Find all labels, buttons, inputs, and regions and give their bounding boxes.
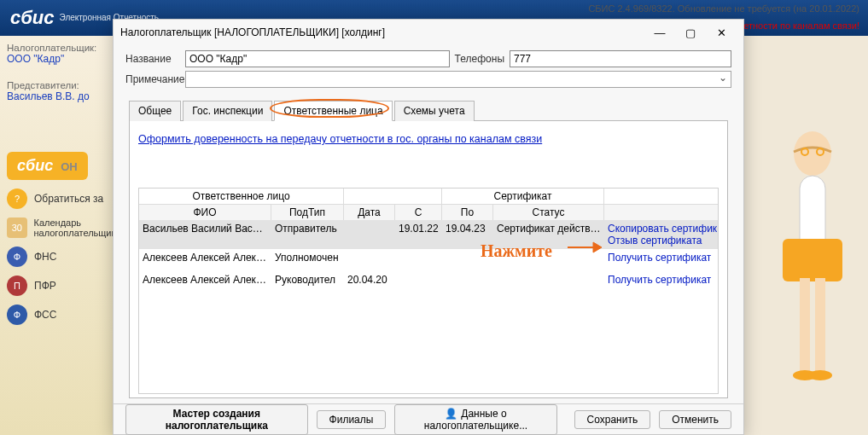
- svg-point-10: [808, 370, 832, 380]
- tab-schemes[interactable]: Схемы учета: [394, 101, 475, 121]
- table-row[interactable]: Васильев Василий Василье Отправитель 19.…: [139, 220, 718, 249]
- contact-icon: ?: [7, 188, 27, 209]
- responsible-grid: Ответственное лицо Сертификат ФИО ПодТип…: [138, 188, 719, 394]
- note-label: Примечание: [125, 73, 185, 85]
- cancel-button[interactable]: Отменить: [659, 410, 731, 429]
- svg-point-9: [793, 370, 817, 380]
- get-cert-link[interactable]: Получить сертификат: [608, 274, 711, 286]
- maximize-button[interactable]: ▢: [675, 23, 706, 42]
- table-row[interactable]: Алексеев Алексей Алексее Уполномочен Пол…: [139, 249, 718, 266]
- col-group-person: Ответственное лицо: [139, 188, 344, 204]
- svg-point-4: [817, 148, 824, 155]
- copy-cert-link[interactable]: Скопировать сертификат: [608, 223, 719, 235]
- close-button[interactable]: ✕: [706, 23, 737, 42]
- get-cert-link[interactable]: Получить сертификат: [608, 252, 711, 264]
- col-group-cert: Сертификат: [442, 188, 604, 204]
- version-label: СБИС 2.4.969/8322. Обновление не требует…: [588, 3, 859, 14]
- col-status: Статус: [493, 205, 604, 220]
- wizard-button[interactable]: Мастер создания налогоплательщика: [125, 404, 308, 435]
- col-type: ПодТип: [271, 205, 344, 220]
- phone-input[interactable]: [510, 50, 731, 67]
- taxpayer-dialog: Налогоплательщик [НАЛОГОПЛАТЕЛЬЩИКИ] [хо…: [113, 19, 744, 435]
- tab-inspections[interactable]: Гос. инспекции: [183, 101, 272, 121]
- warning-label: етности по каналам связи!: [743, 20, 859, 31]
- name-input[interactable]: [185, 50, 450, 67]
- save-button[interactable]: Сохранить: [574, 410, 651, 429]
- svg-rect-7: [800, 278, 810, 372]
- pfr-icon: П: [7, 276, 27, 296]
- app-logo: сбис: [10, 7, 55, 29]
- col-group-actions: [604, 188, 719, 204]
- revoke-cert-link[interactable]: Отзыв сертификата: [608, 235, 702, 246]
- svg-rect-6: [783, 239, 842, 281]
- col-group-date: [344, 188, 442, 204]
- dialog-title: Налогоплательщик [НАЛОГОПЛАТЕЛЬЩИКИ] [хо…: [120, 26, 385, 38]
- branches-button[interactable]: Филиалы: [317, 410, 387, 429]
- col-date: Дата: [344, 205, 395, 220]
- svg-rect-8: [815, 278, 825, 372]
- svg-point-2: [794, 131, 831, 176]
- tab-responsible[interactable]: Ответственные лица: [274, 101, 392, 121]
- proxy-link[interactable]: Оформить доверенность на передачу отчетн…: [138, 133, 719, 145]
- fss-icon: Ф: [7, 304, 27, 325]
- taxpayer-data-button[interactable]: 👤Данные о налогоплательщике...: [394, 404, 556, 435]
- minimize-button[interactable]: —: [644, 23, 675, 42]
- col-from: С: [395, 205, 442, 220]
- sidebar-logo: сбис ОН: [7, 152, 88, 180]
- svg-rect-5: [800, 176, 825, 278]
- table-row[interactable]: Алексеев Алексей Алексее Руководител 20.…: [139, 271, 718, 288]
- assistant-illustration: [766, 119, 859, 392]
- name-label: Название: [125, 53, 185, 65]
- fns-icon: Ф: [7, 246, 27, 267]
- note-combo[interactable]: [185, 71, 731, 88]
- svg-point-3: [801, 148, 808, 155]
- tab-general[interactable]: Общее: [129, 101, 181, 121]
- col-fio: ФИО: [139, 205, 271, 220]
- col-to: По: [442, 205, 493, 220]
- phone-label: Телефоны: [450, 53, 510, 65]
- person-icon: 👤: [445, 408, 457, 420]
- calendar-icon: 30: [7, 218, 27, 238]
